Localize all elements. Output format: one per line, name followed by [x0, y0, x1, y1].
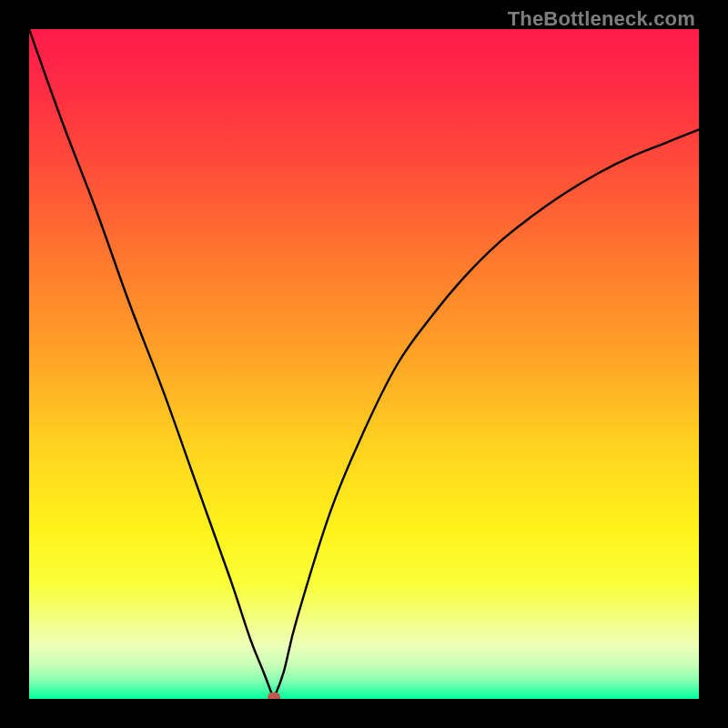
plot-area	[29, 29, 699, 699]
optimal-point-marker	[268, 693, 280, 700]
bottleneck-curve	[29, 29, 699, 699]
curve-layer	[29, 29, 699, 699]
chart-frame: { "watermark": "TheBottleneck.com", "cha…	[0, 0, 728, 728]
watermark-text: TheBottleneck.com	[508, 7, 695, 31]
